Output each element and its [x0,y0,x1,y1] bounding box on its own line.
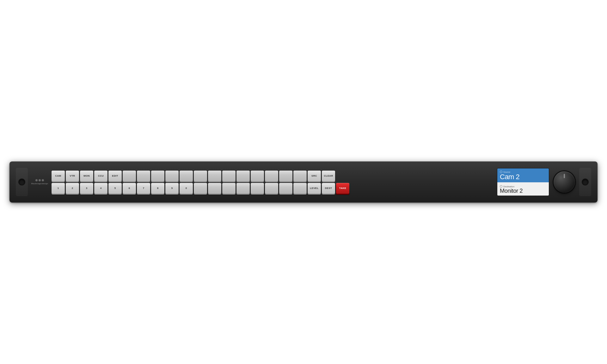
brand-logo: Blackmagicdesign [31,179,48,185]
brand-dots [35,179,44,181]
button-clear[interactable]: CLEAR [322,171,335,181]
rack-ear-left [16,168,28,196]
button-num3[interactable]: 3 [80,183,93,194]
rack-ear-hole-right [582,179,589,185]
rotary-knob[interactable] [554,171,575,193]
button-blank-t13[interactable] [293,171,307,181]
source-value: Cam 2 [500,173,546,180]
button-blank-t4[interactable] [165,171,179,181]
display-source: Source Cam 2 [497,168,549,182]
bottom-button-row: 1 2 3 4 5 6 7 8 9 0 LEVEL DEST T [52,183,349,194]
button-num9[interactable]: 9 [165,183,179,194]
brand-dot-3 [42,179,44,181]
rotary-knob-section [552,170,576,194]
brand-dot-2 [39,179,41,181]
device-inner: Blackmagicdesign CAM VTR MON CCU EDIT [28,161,579,203]
button-dest[interactable]: DEST [322,183,335,194]
display-destination: Destination Monitor 2 [497,182,549,196]
button-take[interactable]: TAKE [336,183,349,194]
button-blank-b6[interactable] [265,183,278,194]
button-blank-t5[interactable] [180,171,193,181]
button-blank-b8[interactable] [293,183,307,194]
button-blank-t2[interactable] [137,171,150,181]
display-panel: Source Cam 2 Destination Monitor 2 [497,168,549,196]
button-blank-t10[interactable] [251,171,264,181]
button-level[interactable]: LEVEL [308,183,321,194]
button-num1[interactable]: 1 [52,183,65,194]
button-num8[interactable]: 8 [151,183,164,194]
device-chassis: Blackmagicdesign CAM VTR MON CCU EDIT [9,161,598,203]
button-num0[interactable]: 0 [180,183,193,194]
button-mon[interactable]: MON [80,171,93,181]
button-edit[interactable]: EDIT [108,171,122,181]
button-src[interactable]: SRC [308,171,321,181]
button-blank-b1[interactable] [194,183,207,194]
button-blank-t6[interactable] [194,171,207,181]
button-blank-t3[interactable] [151,171,164,181]
button-blank-t7[interactable] [208,171,221,181]
button-blank-t1[interactable] [123,171,136,181]
button-blank-b5[interactable] [251,183,264,194]
button-blank-b3[interactable] [222,183,236,194]
button-num2[interactable]: 2 [66,183,79,194]
dest-value: Monitor 2 [500,188,546,194]
button-blank-b7[interactable] [279,183,292,194]
button-blank-t8[interactable] [222,171,236,181]
button-num6[interactable]: 6 [123,183,136,194]
button-num5[interactable]: 5 [108,183,122,194]
button-blank-t11[interactable] [265,171,278,181]
button-blank-b4[interactable] [236,183,250,194]
brand-name: Blackmagicdesign [31,183,48,185]
button-num4[interactable]: 4 [94,183,107,194]
rack-ear-right [579,168,591,196]
button-num7[interactable]: 7 [137,183,150,194]
dest-label: Destination [500,185,546,188]
button-blank-t9[interactable] [236,171,250,181]
button-cam[interactable]: CAM [52,171,65,181]
button-blank-t12[interactable] [279,171,292,181]
rack-ear-hole-left [18,179,25,185]
brand-dot-1 [35,179,38,181]
button-blank-b2[interactable] [208,183,221,194]
top-button-row: CAM VTR MON CCU EDIT SRC CLEAR [52,171,335,181]
button-panel: CAM VTR MON CCU EDIT SRC CLEAR [52,171,494,194]
button-vtr[interactable]: VTR [66,171,79,181]
button-ccu[interactable]: CCU [94,171,107,181]
